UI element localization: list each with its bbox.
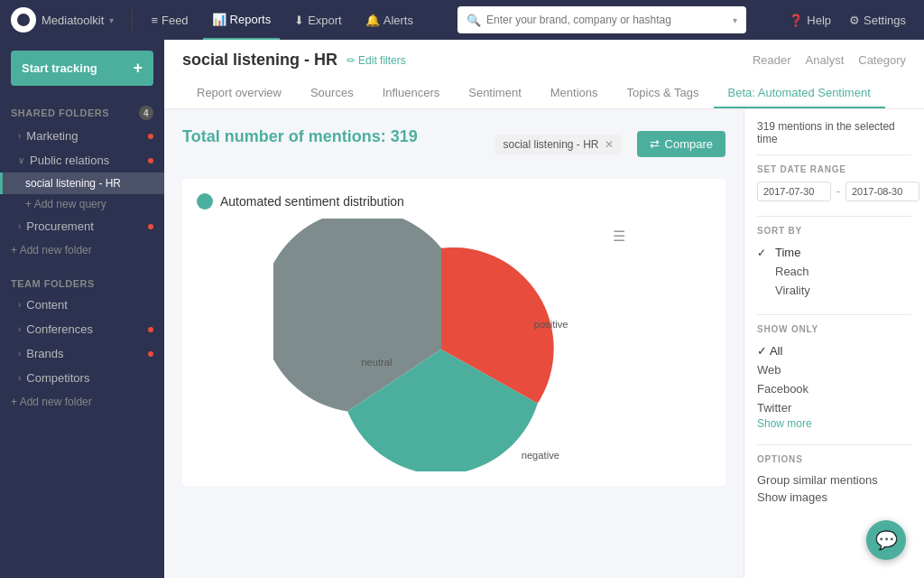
center-panel: Total number of mentions: 319 social lis…	[164, 109, 744, 578]
nav-brand-label[interactable]: Mediatoolkit	[42, 14, 104, 27]
help-icon: ❓	[789, 14, 803, 27]
view-tabs: Reader Analyst Category	[753, 51, 906, 69]
sentiment-icon	[197, 193, 213, 210]
nav-right: ❓ Help ⚙ Settings	[781, 14, 913, 27]
tab-mentions[interactable]: Mentions	[536, 79, 613, 108]
search-box[interactable]: 🔍 ▾	[457, 6, 746, 33]
edit-filters-label: Edit filters	[358, 54, 406, 67]
show-all[interactable]: ✓ All	[757, 341, 911, 360]
team-folders-label: TEAM FOLDERS	[11, 278, 95, 289]
tab-influencers[interactable]: Influencers	[368, 79, 455, 108]
content-tabs: Report overview Sources Influencers Sent…	[182, 79, 906, 108]
check-icon: ✓	[757, 247, 770, 259]
add-new-folder-shared[interactable]: + Add new folder	[0, 238, 164, 262]
chat-icon: 💬	[875, 529, 898, 551]
edit-filters-link[interactable]: ✏ Edit filters	[346, 54, 406, 67]
add-new-query-label: + Add new query	[25, 198, 106, 210]
pencil-icon: ✏	[346, 54, 356, 67]
chevron-right-icon: ›	[18, 300, 21, 310]
tab-sentiment[interactable]: Sentiment	[454, 79, 536, 108]
nav-help-label: Help	[807, 14, 831, 27]
date-to-input[interactable]	[845, 182, 919, 201]
filter-tag-label: social listening - HR	[503, 138, 598, 151]
neutral-label: neutral	[361, 357, 392, 368]
nav-settings[interactable]: ⚙ Settings	[842, 14, 913, 27]
show-images[interactable]: Show images	[757, 489, 911, 506]
add-new-query-link[interactable]: + Add new query	[0, 194, 164, 214]
right-panel: 319 mentions in the selected time SET DA…	[744, 109, 924, 578]
sort-time[interactable]: ✓ Time	[757, 243, 911, 262]
compare-button[interactable]: ⇄ Compare	[637, 131, 725, 157]
options-section: OPTIONS Group similar mentions Show imag…	[757, 454, 911, 506]
sentiment-title: Automated sentiment distribution	[197, 193, 711, 210]
filter-tag-close[interactable]: ✕	[605, 138, 614, 151]
top-nav: Mediatoolkit ▾ ≡ Feed 📊 Reports ⬇ Export…	[0, 0, 924, 40]
date-range-row: -	[757, 182, 911, 201]
show-facebook-label: Facebook	[757, 382, 808, 396]
chat-button[interactable]: 💬	[866, 520, 906, 560]
show-facebook[interactable]: Facebook	[757, 379, 911, 398]
start-tracking-button[interactable]: Start tracking +	[11, 51, 153, 86]
sidebar-item-competitors[interactable]: › Competitors	[0, 366, 164, 390]
sidebar-item-marketing[interactable]: › Marketing	[0, 124, 164, 148]
show-twitter-label: Twitter	[757, 401, 791, 415]
pie-chart: neutral positive negative	[273, 219, 634, 471]
sort-time-label: Time	[775, 246, 800, 259]
chevron-right-icon: ›	[18, 373, 21, 383]
tab-sources[interactable]: Sources	[296, 79, 368, 108]
tab-reader[interactable]: Reader	[753, 51, 791, 69]
chevron-right-icon: ›	[18, 324, 21, 334]
sort-by-section: SORT BY ✓ Time Reach Virality	[757, 226, 911, 300]
search-dropdown-icon[interactable]: ▾	[733, 15, 737, 25]
tab-topics-tags[interactable]: Topics & Tags	[613, 79, 714, 108]
date-from-input[interactable]	[757, 182, 831, 201]
nav-export[interactable]: ⬇ Export	[285, 0, 351, 40]
show-only-section: SHOW ONLY ✓ All Web Facebook Twitter Sho…	[757, 324, 911, 430]
nav-alerts-label: Alerts	[383, 14, 413, 27]
show-more-link[interactable]: Show more	[757, 417, 911, 430]
sidebar-marketing-label: Marketing	[26, 129, 78, 143]
nav-logo[interactable]: Mediatoolkit ▾	[11, 7, 114, 33]
show-twitter[interactable]: Twitter	[757, 398, 911, 417]
sidebar-sub-social-listening-hr[interactable]: social listening - HR	[0, 172, 164, 194]
negative-label: negative	[522, 450, 559, 461]
chevron-right-icon: ›	[18, 349, 21, 359]
group-similar-mentions[interactable]: Group similar mentions	[757, 471, 911, 489]
team-folders-header: TEAM FOLDERS	[0, 273, 164, 293]
content-title: social listening - HR ✏ Edit filters	[182, 51, 406, 70]
sidebar-public-relations-label: Public relations	[30, 154, 109, 167]
nav-feed-label: Feed	[162, 14, 189, 27]
tab-category[interactable]: Category	[858, 51, 906, 69]
chevron-right-icon: ›	[18, 221, 21, 231]
add-new-folder-team[interactable]: + Add new folder	[0, 390, 164, 414]
sidebar-item-conferences[interactable]: › Conferences	[0, 317, 164, 341]
check-icon: ✓	[757, 344, 770, 358]
positive-label: positive	[534, 319, 568, 330]
dot-indicator	[148, 327, 153, 332]
show-web[interactable]: Web	[757, 360, 911, 379]
chart-menu-icon[interactable]: ☰	[613, 228, 625, 245]
total-mentions-label: Total number of mentions:	[182, 127, 386, 145]
nav-alerts[interactable]: 🔔 Alerts	[356, 0, 422, 40]
mentions-row: Total number of mentions: 319 social lis…	[182, 127, 725, 161]
sidebar-brands-label: Brands	[26, 347, 63, 360]
dot-indicator	[148, 158, 153, 163]
nav-divider	[132, 9, 133, 31]
nav-feed[interactable]: ≡ Feed	[142, 0, 197, 40]
search-input[interactable]	[486, 14, 727, 26]
tab-analyst[interactable]: Analyst	[806, 51, 845, 69]
sort-virality[interactable]: Virality	[757, 281, 911, 300]
nav-reports[interactable]: 📊 Reports	[203, 0, 281, 40]
sort-reach[interactable]: Reach	[757, 262, 911, 281]
brand-chevron: ▾	[109, 15, 114, 25]
tab-automated-sentiment[interactable]: Beta: Automated Sentiment	[714, 79, 885, 108]
section-gap	[0, 262, 164, 273]
nav-help[interactable]: ❓ Help	[781, 14, 838, 27]
sidebar-item-public-relations[interactable]: ∨ Public relations	[0, 148, 164, 172]
total-mentions-count: 319	[391, 127, 418, 145]
tab-report-overview[interactable]: Report overview	[182, 79, 296, 108]
sidebar-item-procurement[interactable]: › Procurement	[0, 214, 164, 238]
separator	[757, 444, 911, 445]
sidebar-item-content[interactable]: › Content	[0, 293, 164, 317]
sidebar-item-brands[interactable]: › Brands	[0, 341, 164, 366]
